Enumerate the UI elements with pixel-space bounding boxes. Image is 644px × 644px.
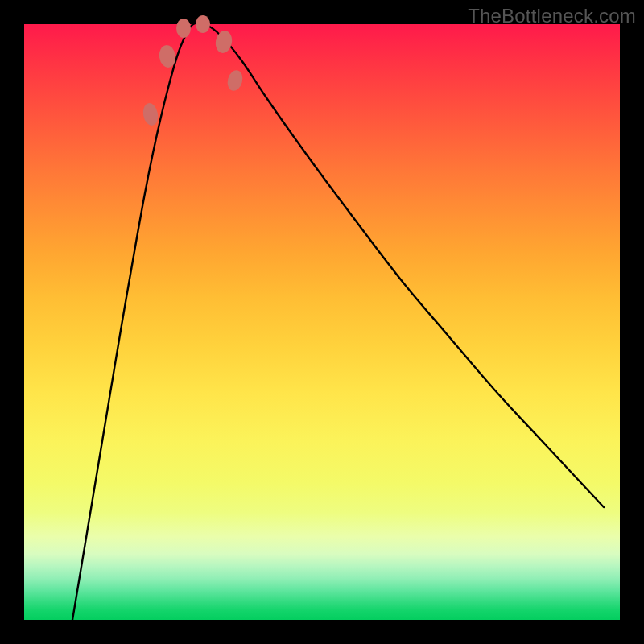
marker-group: [142, 15, 245, 126]
marker-left-upper: [142, 102, 160, 127]
marker-bottom-1: [176, 19, 191, 38]
marker-right-upper: [225, 68, 245, 93]
marker-bottom-2: [196, 15, 210, 33]
curve-svg: [24, 24, 620, 620]
